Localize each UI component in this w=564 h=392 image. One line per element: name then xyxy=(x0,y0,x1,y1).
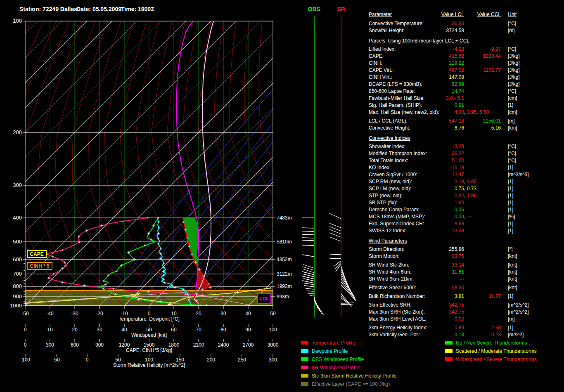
svg-text:70: 70 xyxy=(196,327,201,333)
param-label: Fawbush-Miller Hail Size: xyxy=(369,95,424,102)
unit-label: [m] xyxy=(508,316,515,323)
value-lcl: 1.60 xyxy=(427,199,464,206)
value-part: 14.74 xyxy=(452,88,464,94)
value-part: --- xyxy=(467,214,472,220)
value-part: [m/s^2] xyxy=(508,332,524,338)
unit-label: [knt] xyxy=(508,284,517,291)
param-row: Derecho Comp Param:0.06[1] xyxy=(369,206,564,213)
value-part: Derecho Comp Param: xyxy=(369,207,419,213)
param-label: Total Totals Index: xyxy=(369,157,408,164)
value-part: [1] xyxy=(508,293,513,299)
unit-label: [1] xyxy=(508,220,513,227)
value-lcl: 0.89 xyxy=(427,324,464,331)
value-part: [1] xyxy=(508,193,513,198)
unit-label: [m] xyxy=(508,27,515,34)
value-lcl: 32.99 xyxy=(427,81,464,88)
legend-label: Sfc-3km Storm Relative Helicity Profile xyxy=(312,373,396,379)
value-lcl: 11.61 xyxy=(427,269,464,276)
value-part: CINH Virt.: xyxy=(369,74,392,80)
param-label: Modified Thompson Index: xyxy=(369,150,427,157)
svg-text:0: 0 xyxy=(86,357,89,363)
value-part: [m^2/s^2] xyxy=(508,302,529,308)
value-lcl: 497.02 xyxy=(427,67,464,74)
value-lcl: 0.91 xyxy=(427,102,464,109)
legend-swatch-icon xyxy=(301,366,308,369)
svg-text:-50: -50 xyxy=(21,311,29,316)
svg-text:CINH * 5: CINH * 5 xyxy=(30,263,50,269)
svg-text:50: 50 xyxy=(270,311,276,316)
value-part: SR Wind Sfc-2km: xyxy=(369,262,409,268)
unit-label: [°C] xyxy=(508,157,516,164)
param-row: CINH Virt.:147.08[J/kg] xyxy=(369,74,564,81)
svg-text:3122m: 3122m xyxy=(277,271,292,277)
param-row: SR Wind 4km-6km:11.61[knt] xyxy=(369,269,564,276)
value-part: Snowfall Height: xyxy=(369,28,405,33)
unit-label: [m] xyxy=(508,118,515,125)
value-part: , xyxy=(476,109,479,115)
value-lcl: 51.00 xyxy=(427,157,464,164)
station-label: Station: 72249 Dallas xyxy=(19,6,77,12)
value-part: 3km Energy Helicity Index: xyxy=(369,325,427,331)
svg-text:1500: 1500 xyxy=(144,342,155,348)
svg-text:Windspeed [knt]: Windspeed [knt] xyxy=(131,332,167,338)
value-part: 0.23 xyxy=(491,332,501,338)
value-part: [°C] xyxy=(508,144,516,149)
unit-label: [°C] xyxy=(508,150,516,157)
unit-label: [J/kg] xyxy=(508,67,520,74)
param-label: Craven SigSvr / 1000: xyxy=(369,171,417,178)
param-label: Effective Shear 6000: xyxy=(369,284,416,291)
svg-text:Storm Relative Helicity [m^2/s: Storm Relative Helicity [m^2/s^2] xyxy=(113,362,185,368)
unit-label: [m^3/s^3] xyxy=(508,171,529,178)
param-label: SCP LM (new, old): xyxy=(369,185,411,192)
svg-text:100: 100 xyxy=(13,18,22,24)
svg-text:250: 250 xyxy=(238,357,246,363)
param-label: Max 3km SRH Level AGL: xyxy=(369,316,426,323)
value-lcl-extra: , 1.86 xyxy=(464,192,476,199)
section-title: Parcels: Using 100mB mean layer LCL + CC… xyxy=(369,38,564,46)
value-part: [J/kg] xyxy=(508,74,520,80)
value-part: [J/kg] xyxy=(508,81,520,87)
value-lcl: 33.14 xyxy=(427,262,464,269)
value-part: CINH: xyxy=(369,60,382,66)
param-label: SCP RM (new, old): xyxy=(369,178,412,185)
unit-label: [°] xyxy=(508,246,512,253)
value-part: [cm] xyxy=(508,95,517,101)
svg-text:600: 600 xyxy=(13,256,22,262)
value-part: SCP RM (new, old): xyxy=(369,179,412,184)
svg-text:40: 40 xyxy=(245,311,251,316)
value-part: -16.19 xyxy=(450,165,464,170)
value-part: SR Wind 9km-11km: xyxy=(369,276,414,282)
unit-label: [1] xyxy=(508,324,513,331)
value-part: [1] xyxy=(508,207,513,213)
legend-item-profile: SR Windspeed Profile xyxy=(301,365,396,373)
value-part: [m] xyxy=(508,316,515,322)
value-lcl: 342.75 xyxy=(427,309,464,316)
value-part: Fawbush-Miller Hail Size: xyxy=(369,95,424,101)
svg-text:150: 150 xyxy=(176,357,184,363)
legend-label: Effective Layer (CAPE >= 100 J/kg) xyxy=(312,381,390,387)
param-row: Exp. Supercell Index CH:8.68[1] xyxy=(369,220,564,227)
value-part: 6.76 xyxy=(455,125,464,131)
legend-thunderstorm-risk: No / Non Severe ThunderstormsScattered /… xyxy=(445,340,537,365)
value-part: 51.00 xyxy=(452,158,464,163)
value-lcl: 219.22 xyxy=(427,60,464,67)
value-part: 32.99 xyxy=(452,81,464,87)
time-label: Time: 1900Z xyxy=(121,6,154,12)
param-row: CAPE:415.621228.44[J/kg] xyxy=(369,53,564,60)
svg-text:1000: 1000 xyxy=(10,302,22,309)
param-label: SR Wind Sfc-2km: xyxy=(369,262,409,269)
value-lcl: 3.8 - 5.1 xyxy=(427,95,464,102)
param-row: 3km Effective SRH:342.75[m^2/s^2] xyxy=(369,302,564,309)
svg-text:10: 10 xyxy=(171,311,177,316)
param-row: Convective Temperature:36.93[°C] xyxy=(369,20,564,27)
value-part: 342.75 xyxy=(449,302,464,308)
param-row: Storm Motion:33.76[knt] xyxy=(369,253,564,260)
app-window: 10020030040050060070080090010007483m5810… xyxy=(0,0,564,392)
svg-text:10: 10 xyxy=(47,327,53,333)
col-header-value-ccl: Value CCL xyxy=(468,11,501,18)
value-part: [°C] xyxy=(508,46,516,52)
unit-label: [J/kg] xyxy=(508,60,520,67)
legend-label: SR Windspeed Profile xyxy=(312,365,360,371)
svg-text:50: 50 xyxy=(146,327,152,333)
svg-text:300: 300 xyxy=(269,357,277,363)
